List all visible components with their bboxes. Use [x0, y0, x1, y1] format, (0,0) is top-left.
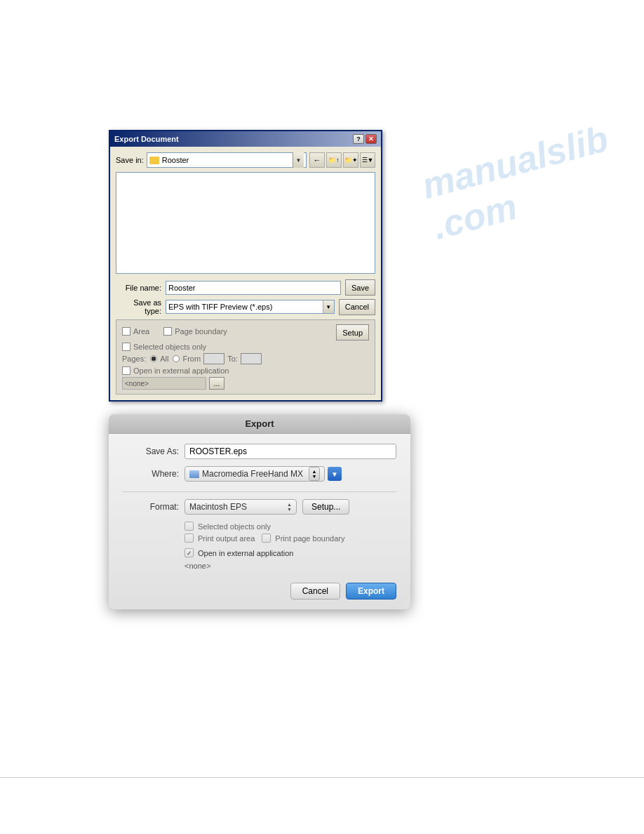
area-checkbox[interactable]: [122, 327, 130, 336]
save-in-select[interactable]: Rooster ▼: [147, 152, 307, 168]
new-folder-button[interactable]: 📁✦: [343, 152, 358, 168]
titlebar-buttons: ? ✕: [353, 134, 377, 144]
save-as-type-value: EPS with TIFF Preview (*.eps): [166, 300, 323, 313]
options-section: Area Page boundary Setup Selected object…: [116, 319, 375, 395]
filename-label: File name:: [116, 284, 161, 292]
selected-objects-checkbox[interactable]: [185, 522, 194, 531]
setup-button[interactable]: Setup: [336, 324, 369, 340]
save-in-label: Save in:: [116, 156, 144, 164]
area-label: Area: [133, 327, 149, 336]
area-checkbox-row: Area: [122, 327, 149, 336]
save-as-type-label: Save as type:: [116, 298, 161, 315]
all-radio[interactable]: [150, 355, 157, 362]
print-output-label: Print output area: [198, 534, 255, 543]
close-button[interactable]: ✕: [365, 134, 377, 144]
toolbar-icons: ← 📁↑ 📁✦ ☰▼: [309, 152, 375, 168]
page-boundary-checkbox[interactable]: [163, 327, 172, 336]
format-label: Format:: [123, 502, 179, 512]
where-expand-button[interactable]: ▼: [328, 467, 342, 481]
export-document-dialog-win: Export Document ? ✕ Save in: Rooster ▼ ←…: [109, 130, 382, 402]
win-titlebar: Export Document ? ✕: [110, 131, 381, 147]
selected-objects-checkbox-row: Selected objects only: [122, 343, 369, 351]
selected-objects-checkbox[interactable]: [122, 343, 130, 351]
from-input[interactable]: [203, 353, 224, 364]
save-in-row: Save in: Rooster ▼ ← 📁↑ 📁✦ ☰▼: [116, 152, 375, 168]
win-dialog-body: Save in: Rooster ▼ ← 📁↑ 📁✦ ☰▼ File name:…: [110, 147, 381, 400]
print-page-label: Print page boundary: [275, 534, 344, 543]
open-ext-label: Open in external application: [198, 549, 293, 557]
mac-buttons-row: Cancel Export: [123, 578, 396, 600]
folder-icon: [149, 157, 159, 164]
cancel-button[interactable]: Cancel: [290, 583, 340, 600]
save-as-label: Save As:: [123, 446, 179, 456]
save-as-row: Save As:: [123, 444, 396, 459]
open-ext-checkbox[interactable]: ✓: [185, 548, 194, 557]
format-row: Format: Macintosh EPS ▲ ▼ Setup...: [123, 499, 396, 515]
bottom-divider: [0, 777, 644, 778]
separator: [123, 491, 396, 492]
export-button[interactable]: Export: [346, 583, 396, 600]
cancel-button[interactable]: Cancel: [339, 299, 375, 315]
print-output-checkbox-row: Print output area: [185, 534, 255, 543]
save-button[interactable]: Save: [345, 279, 375, 296]
format-select[interactable]: Macintosh EPS ▲ ▼: [185, 499, 297, 515]
app-select-input[interactable]: <none>: [122, 377, 206, 390]
pages-row: Pages: All From To:: [122, 353, 369, 364]
open-ext-label: Open in external application: [133, 366, 229, 375]
open-ext-checkbox-row: Open in external application: [122, 366, 369, 375]
where-arrows-icon: ▲ ▼: [309, 467, 320, 481]
selected-objects-checkbox-row: Selected objects only: [185, 522, 396, 531]
format-arrows-icon: ▲ ▼: [287, 502, 292, 512]
print-options-row: Print output area Print page boundary: [185, 534, 396, 545]
save-in-value: Rooster: [162, 156, 290, 164]
to-input[interactable]: [241, 353, 262, 364]
watermark: manualslib.com: [417, 117, 623, 248]
where-label: Where:: [123, 469, 179, 479]
where-value: Macromedia FreeHand MX: [202, 469, 306, 479]
mac-options-section: Selected objects only Print output area …: [185, 522, 396, 557]
print-output-checkbox[interactable]: [185, 534, 194, 543]
mac-titlebar: Export: [109, 414, 410, 434]
setup-button[interactable]: Setup...: [302, 499, 349, 515]
up-folder-button[interactable]: 📁↑: [326, 152, 342, 168]
to-label: To:: [227, 355, 238, 363]
save-as-type-arrow-icon[interactable]: ▼: [323, 300, 334, 313]
pages-label: Pages:: [122, 355, 146, 363]
all-label: All: [160, 355, 168, 363]
from-radio-group: From To:: [173, 353, 261, 364]
selected-objects-label: Selected objects only: [198, 522, 271, 531]
none-value: <none>: [125, 380, 149, 388]
none-value: <none>: [185, 562, 210, 570]
export-dialog-mac: Export Save As: Where: Macromedia FreeHa…: [109, 414, 410, 609]
page-boundary-checkbox-row: Page boundary: [163, 327, 227, 336]
selected-objects-label: Selected objects only: [133, 343, 206, 351]
app-selector-row: <none> ...: [122, 377, 369, 390]
back-button[interactable]: ←: [309, 152, 325, 168]
format-value: Macintosh EPS: [189, 502, 287, 512]
win-dialog-title: Export Document: [114, 135, 179, 143]
browse-button[interactable]: ...: [209, 377, 224, 390]
from-label: From: [182, 355, 201, 363]
open-ext-checkbox[interactable]: [122, 366, 130, 375]
help-button[interactable]: ?: [353, 134, 364, 144]
where-row: Where: Macromedia FreeHand MX ▲ ▼ ▼: [123, 466, 396, 482]
none-row: <none>: [185, 562, 396, 570]
views-button[interactable]: ☰▼: [360, 152, 375, 168]
print-page-checkbox[interactable]: [262, 534, 271, 543]
filename-input[interactable]: [166, 281, 341, 295]
dropdown-arrow-icon[interactable]: ▼: [293, 152, 304, 168]
where-select[interactable]: Macromedia FreeHand MX ▲ ▼: [185, 466, 325, 482]
where-folder-icon: [189, 470, 199, 478]
mac-dialog-body: Save As: Where: Macromedia FreeHand MX ▲…: [109, 434, 410, 609]
save-as-input[interactable]: [185, 444, 396, 459]
file-browser-area: [116, 172, 375, 274]
page-boundary-label: Page boundary: [175, 327, 227, 336]
print-page-checkbox-row: Print page boundary: [262, 534, 344, 543]
all-radio-group: All: [150, 355, 168, 363]
from-radio[interactable]: [173, 355, 180, 362]
mac-dialog-title: Export: [245, 418, 274, 429]
open-ext-row: ✓ Open in external application: [185, 548, 396, 557]
